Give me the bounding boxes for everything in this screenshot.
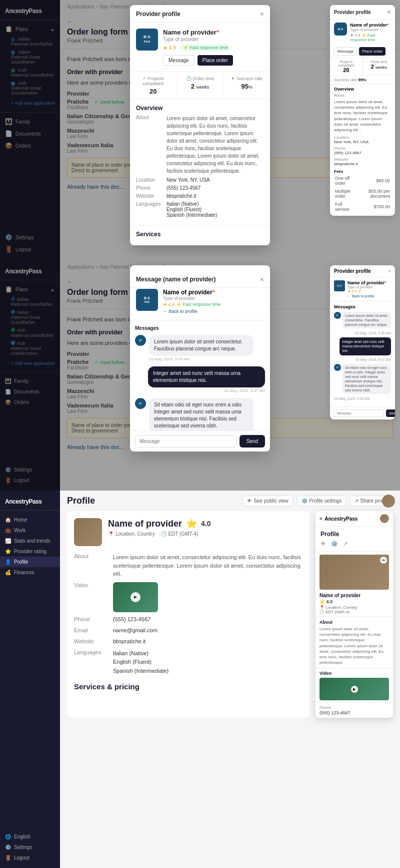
sidebar3-work[interactable]: 💼Work [0, 525, 60, 536]
stat-order-time: 🕐 Order time 2 weeks [177, 72, 224, 99]
profile-video-row: Video ▶ [74, 582, 302, 612]
sidebar3-finances[interactable]: 💰Finances [0, 567, 60, 578]
behind-stat-projects: Projects completed 20 [330, 58, 363, 75]
behind-stat-time: Order time 2 weeks [363, 58, 396, 75]
side-gear-icon[interactable]: ⚙️ [331, 541, 338, 547]
message-button[interactable]: Message [163, 55, 194, 66]
message-received-2: P Sit etiam odio sit eget nunc enim a od… [135, 398, 265, 430]
message-received-1: P Lorem ipsum dolor sit amet consectetur… [135, 335, 265, 361]
profile-meta: 📍 Location, Country 🕐 EDT (GMT-4) [108, 531, 211, 537]
sidebar3-home[interactable]: 🏠Home [0, 515, 60, 525]
message-provider-logo: B:SP&S [136, 289, 158, 311]
services-section-modal: Services [130, 226, 270, 245]
languages-row: Languages Italian (Native)English (Fluen… [136, 201, 264, 218]
side-avatar-img [320, 555, 389, 590]
services-title-3: Services & pricing [74, 682, 302, 691]
location-row: Location New York, NY, USA [136, 177, 264, 183]
section-3: AncestryPass 🏠Home 💼Work 📈Stats and tren… [0, 491, 400, 868]
message-modal-overlay: Message (name of provider) × B:SP&S Name… [0, 260, 400, 491]
side-modal-user-avatar [380, 514, 389, 523]
side-edit-icon[interactable]: ✏ [380, 557, 387, 564]
message-input-field[interactable] [135, 435, 236, 448]
provider-type-modal: Type of provider [163, 37, 264, 42]
behind-modal-header: Provider profile × [330, 5, 395, 20]
sidebar3-settings[interactable]: ⚙️Settings [0, 842, 60, 852]
provider-name-modal: Name of provider* [163, 29, 264, 36]
side-share-icon[interactable]: ↗ [343, 541, 348, 547]
sidebar3-logout[interactable]: 🚪Logout [0, 852, 60, 863]
provider-meta-1: ★ 4.9 ⚡ Fast response time [163, 44, 264, 51]
profile-email-row: Email name@gmail.com [74, 627, 302, 635]
fees-table: One off order$85.00 Multiple order$55.00… [334, 174, 391, 214]
overview-section: Overview About Lorem ipsum dolor sit ame… [130, 100, 270, 226]
profile-about-row: About Lorem ipsum dolor sit amet, consec… [74, 553, 302, 578]
provider-profile-behind-modal: Provider profile × B:S Name of provider*… [330, 5, 395, 216]
messages-container: Messages P Lorem ipsum dolor sit amet co… [130, 320, 270, 430]
profile-identity-details: Name of provider ⭐ 4.0 📍 Location, Count… [108, 518, 211, 537]
behind-back-profile[interactable]: ← Back to profile [348, 294, 386, 298]
top-user-avatar [382, 495, 395, 508]
provider-hero-1: B:SP&S Name of provider* Type of provide… [130, 23, 270, 72]
behind-hero: B:S Name of provider* Type of provider ★… [330, 20, 395, 45]
behind-msg-close[interactable]: × [388, 269, 391, 274]
place-order-button[interactable]: Place order [198, 55, 233, 66]
profile-website-row: Website bbspratiche.it [74, 638, 302, 646]
profile-page-title: Profile [67, 496, 95, 506]
back-to-profile-link[interactable]: ← Back to profile [163, 309, 221, 314]
message-modal: Message (name of provider) × B:SP&S Name… [130, 265, 270, 452]
overview-title: Overview [136, 105, 264, 112]
services-title-modal: Services [136, 231, 264, 238]
msg-text-sent-1: Integer amet sed nunc velit massa urna e… [148, 366, 265, 387]
modal-overlay-1: Provider profile × B:SP&S Name of provid… [0, 0, 400, 260]
profile-content-area: Name of provider ⭐ 4.0 📍 Location, Count… [60, 511, 400, 725]
message-provider-info: Name of provider* Type of provider ★ 4.9… [163, 289, 221, 314]
behind-send-area: Send [330, 406, 395, 419]
message-input-area: Send [130, 430, 270, 452]
provider-logo-1: B:SP&S [136, 29, 158, 51]
send-message-button[interactable]: Send [240, 435, 265, 448]
see-public-view-btn[interactable]: 👁 See public view [242, 496, 292, 506]
section-2: AncestryPass 📋Plans▲ ItalianPaternal Gra… [0, 260, 400, 491]
services-pricing-section: Services & pricing [74, 682, 302, 691]
sidebar3-lang[interactable]: 🌐English [0, 831, 60, 842]
profile-settings-btn[interactable]: ⚙️ Profile settings [297, 496, 346, 506]
behind-info: Name of provider* Type of provider ★ 4.9… [350, 23, 391, 42]
sidebar3-rating[interactable]: ⭐Provider rating [0, 546, 60, 557]
profile-languages-row: Languages Italian (Native)English (Fluen… [74, 649, 302, 676]
behind-message-input[interactable] [334, 409, 384, 417]
sender-avatar-2: P [135, 398, 146, 409]
video-thumbnail[interactable]: ▶ [113, 582, 158, 612]
stat-success-rate: ✦ Success rate 95% [224, 72, 270, 99]
behind-close-button[interactable]: × [387, 8, 391, 16]
behind-stats: Projects completed 20 Order time 2 weeks [330, 58, 395, 76]
behind-place-btn[interactable]: Place order [359, 47, 386, 56]
behind-overview: Overview About Lorem ipsum dolor sit ame… [330, 84, 395, 216]
sidebar3-profile[interactable]: 👤Profile [0, 557, 60, 567]
profile-action-bar: 👁 See public view ⚙️ Profile settings ↗ … [242, 496, 393, 506]
section-1: AncestryPass 📋 Plans ▲ ItalianPaternal G… [0, 0, 400, 260]
side-modal-header: ≡ AncestryPass [316, 511, 393, 527]
behind-message-btn[interactable]: Message [334, 47, 357, 56]
side-phone-section: Phone (555) 123-4567 [316, 702, 393, 718]
side-video-thumb[interactable]: ▶ [320, 678, 389, 700]
fast-badge-1: ⚡ Fast response time [180, 44, 231, 51]
side-eye-icon[interactable]: 👁 [320, 541, 326, 547]
sidebar3-stats[interactable]: 📈Stats and trends [0, 536, 60, 546]
side-play-icon[interactable]: ▶ [351, 686, 358, 693]
provider-stats-1: ✓ Projects completed 20 🕐 Order time 2 w… [130, 72, 270, 100]
play-icon[interactable]: ▶ [130, 592, 140, 602]
sender-avatar-1: P [135, 335, 146, 346]
profile-phone-row: Phone (555) 123-4567 [74, 616, 302, 624]
profile-identity: Name of provider ⭐ 4.0 📍 Location, Count… [74, 518, 302, 546]
message-behind-modal: Provider profile × B:S Name of provider*… [330, 265, 395, 419]
app-logo-3: AncestryPass [0, 491, 60, 511]
profile-avatar [74, 518, 102, 546]
provider-actions-1: Message Place order [163, 55, 264, 66]
about-row: About Lorem ipsum dolor sit amet, consec… [136, 115, 264, 175]
modal-header-1: Provider profile × [130, 5, 270, 23]
behind-send-btn[interactable]: Send [386, 409, 395, 417]
close-modal-button[interactable]: × [260, 10, 264, 18]
behind-logo: B:S [334, 23, 347, 36]
message-close-button[interactable]: × [260, 275, 264, 283]
profile-full-name: Name of provider ⭐ 4.0 [108, 518, 211, 529]
